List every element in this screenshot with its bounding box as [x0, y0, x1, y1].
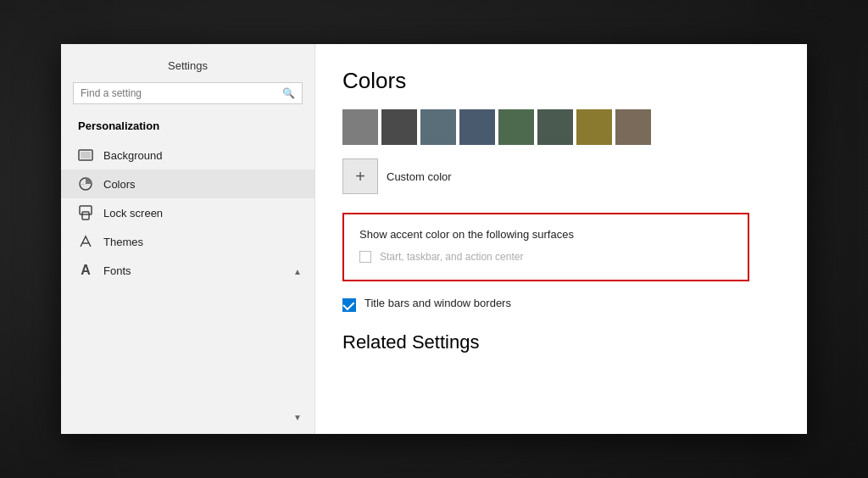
background-label: Background	[103, 149, 162, 162]
custom-color-button[interactable]: +	[342, 158, 378, 194]
custom-color-row: + Custom color	[342, 158, 780, 194]
personalization-label: Personalization	[61, 114, 314, 141]
sidebar-item-themes[interactable]: Themes	[61, 227, 314, 256]
related-settings-title: Related Settings	[342, 331, 780, 353]
color-swatch-tan[interactable]	[615, 109, 651, 145]
scroll-up-arrow[interactable]: ▲	[289, 263, 306, 280]
background-icon	[78, 147, 93, 163]
color-swatch-gold[interactable]	[576, 109, 612, 145]
sidebar-item-background[interactable]: Background	[61, 141, 314, 170]
scroll-down-arrow[interactable]: ▼	[289, 409, 306, 425]
svg-rect-1	[81, 152, 91, 158]
accent-surfaces-box: Show accent color on the following surfa…	[342, 213, 749, 281]
sidebar: Settings 🔍 Personalization ▲ Background	[61, 44, 315, 434]
start-taskbar-checkbox[interactable]	[359, 251, 371, 263]
lock-screen-label: Lock screen	[103, 207, 163, 220]
svg-rect-4	[82, 212, 89, 220]
search-icon: 🔍	[282, 87, 295, 99]
color-swatch-forest-green[interactable]	[498, 109, 534, 145]
sidebar-item-lock-screen[interactable]: Lock screen	[61, 198, 314, 227]
lock-screen-icon	[78, 205, 93, 220]
themes-icon	[78, 234, 93, 249]
title-bars-row: Title bars and window borders	[342, 297, 780, 313]
sidebar-title: Settings	[61, 44, 314, 82]
sidebar-item-fonts[interactable]: A Fonts	[61, 256, 314, 285]
color-swatches-row	[342, 109, 780, 145]
color-swatch-slate-blue[interactable]	[420, 109, 456, 145]
start-taskbar-label: Start, taskbar, and action center	[380, 251, 523, 263]
color-swatch-gray[interactable]	[342, 109, 378, 145]
search-input[interactable]	[81, 87, 282, 99]
color-swatch-steel-blue[interactable]	[459, 109, 495, 145]
main-content: Colors + Custom color Show accent color …	[315, 44, 807, 434]
custom-color-label: Custom color	[387, 170, 452, 183]
colors-icon	[78, 176, 93, 192]
colors-label: Colors	[103, 178, 136, 191]
title-bars-checkbox[interactable]	[342, 298, 356, 312]
colors-section-title: Colors	[342, 68, 780, 94]
fonts-label: Fonts	[103, 264, 131, 277]
title-bars-label: Title bars and window borders	[364, 297, 511, 309]
start-taskbar-row: Start, taskbar, and action center	[359, 251, 732, 263]
search-box[interactable]: 🔍	[73, 82, 303, 104]
themes-label: Themes	[103, 236, 143, 248]
fonts-icon: A	[78, 263, 93, 278]
sidebar-item-colors[interactable]: Colors	[61, 170, 314, 198]
accent-box-title: Show accent color on the following surfa…	[359, 228, 732, 241]
settings-window: Settings 🔍 Personalization ▲ Background	[61, 44, 807, 434]
svg-rect-3	[80, 206, 92, 214]
color-swatch-dark-green[interactable]	[537, 109, 573, 145]
color-swatch-dark-gray[interactable]	[381, 109, 417, 145]
